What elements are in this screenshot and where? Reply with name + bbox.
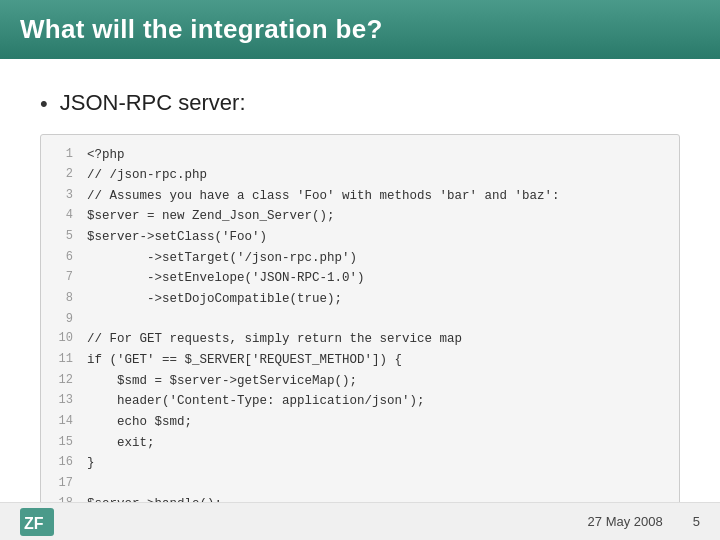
bullet-section: • JSON-RPC server: [40, 89, 680, 118]
line-content: header('Content-Type: application/json')… [87, 391, 425, 412]
code-line: 3// Assumes you have a class 'Foo' with … [55, 186, 665, 207]
line-number: 9 [55, 310, 73, 330]
line-content: $smd = $server->getServiceMap(); [87, 371, 357, 392]
line-content: exit; [87, 433, 155, 454]
line-content: // /json-rpc.php [87, 165, 207, 186]
line-number: 14 [55, 412, 73, 433]
svg-text:ZF: ZF [24, 515, 44, 532]
line-content: // For GET requests, simply return the s… [87, 329, 462, 350]
code-line: 7 ->setEnvelope('JSON-RPC-1.0') [55, 268, 665, 289]
line-content: echo $smd; [87, 412, 192, 433]
slide-header: What will the integration be? [0, 0, 720, 59]
line-number: 12 [55, 371, 73, 392]
code-line: 15 exit; [55, 433, 665, 454]
line-content: $server->setClass('Foo') [87, 227, 267, 248]
code-line: 6 ->setTarget('/json-rpc.php') [55, 248, 665, 269]
line-number: 11 [55, 350, 73, 371]
code-line: 12 $smd = $server->getServiceMap(); [55, 371, 665, 392]
footer-date: 27 May 2008 [588, 514, 663, 529]
line-number: 15 [55, 433, 73, 454]
bullet-dot: • [40, 91, 48, 117]
line-content: ->setEnvelope('JSON-RPC-1.0') [87, 268, 365, 289]
code-line: 17 [55, 474, 665, 494]
footer-page: 5 [693, 514, 700, 529]
line-content: if ('GET' == $_SERVER['REQUEST_METHOD'])… [87, 350, 402, 371]
line-number: 13 [55, 391, 73, 412]
code-line: 14 echo $smd; [55, 412, 665, 433]
footer: ZF 27 May 2008 5 [0, 502, 720, 540]
line-number: 6 [55, 248, 73, 269]
line-content: ->setDojoCompatible(true); [87, 289, 342, 310]
line-number: 8 [55, 289, 73, 310]
line-number: 3 [55, 186, 73, 207]
zf-logo: ZF [20, 508, 54, 536]
line-content: ->setTarget('/json-rpc.php') [87, 248, 357, 269]
code-line: 8 ->setDojoCompatible(true); [55, 289, 665, 310]
line-number: 17 [55, 474, 73, 494]
line-content: // Assumes you have a class 'Foo' with m… [87, 186, 560, 207]
footer-right: 27 May 2008 5 [588, 514, 700, 529]
slide-title: What will the integration be? [20, 14, 383, 45]
line-number: 7 [55, 268, 73, 289]
code-line: 2// /json-rpc.php [55, 165, 665, 186]
line-number: 10 [55, 329, 73, 350]
line-number: 1 [55, 145, 73, 166]
bullet-label: JSON-RPC server: [60, 89, 246, 118]
code-line: 4$server = new Zend_Json_Server(); [55, 206, 665, 227]
line-number: 5 [55, 227, 73, 248]
code-line: 16} [55, 453, 665, 474]
line-content: $server = new Zend_Json_Server(); [87, 206, 335, 227]
line-number: 4 [55, 206, 73, 227]
line-content: <?php [87, 145, 125, 166]
line-number: 16 [55, 453, 73, 474]
line-number: 2 [55, 165, 73, 186]
code-line: 5$server->setClass('Foo') [55, 227, 665, 248]
code-line: 9 [55, 310, 665, 330]
code-block: 1<?php2// /json-rpc.php3// Assumes you h… [40, 134, 680, 526]
slide-content: • JSON-RPC server: 1<?php2// /json-rpc.p… [0, 59, 720, 540]
code-line: 11if ('GET' == $_SERVER['REQUEST_METHOD'… [55, 350, 665, 371]
code-line: 10// For GET requests, simply return the… [55, 329, 665, 350]
line-content: } [87, 453, 95, 474]
code-line: 13 header('Content-Type: application/jso… [55, 391, 665, 412]
code-line: 1<?php [55, 145, 665, 166]
